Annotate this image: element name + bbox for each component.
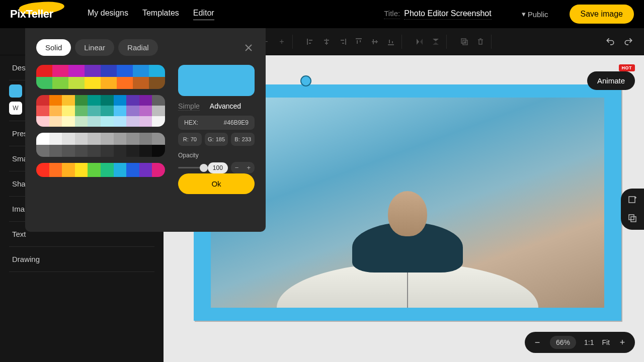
palette-swatch[interactable]	[126, 106, 139, 116]
align-bottom-icon[interactable]	[385, 36, 396, 47]
palette-swatch[interactable]	[101, 65, 117, 77]
palette-swatch[interactable]	[152, 145, 165, 157]
palette-swatch[interactable]	[126, 116, 139, 127]
zoom-value[interactable]: 66%	[550, 336, 576, 349]
align-center-h-icon[interactable]	[321, 36, 332, 47]
palette-swatch[interactable]	[62, 145, 75, 157]
palette-swatch[interactable]	[88, 145, 101, 157]
align-left-icon[interactable]	[305, 36, 316, 47]
palette-swatch[interactable]	[133, 77, 149, 89]
palette-swatch[interactable]	[114, 95, 127, 106]
palette-swatch[interactable]	[152, 116, 165, 127]
palette-swatch[interactable]	[101, 116, 114, 127]
palette-swatch[interactable]	[88, 106, 101, 116]
palette-swatch[interactable]	[117, 65, 133, 77]
palette-swatch[interactable]	[139, 163, 152, 177]
visibility-dropdown[interactable]: ▾ Public	[522, 10, 548, 19]
close-icon[interactable]	[243, 42, 255, 54]
nav-templates[interactable]: Templates	[142, 9, 179, 20]
palette-swatch[interactable]	[139, 145, 152, 157]
add-layer-icon[interactable]	[627, 195, 638, 206]
flip-horizontal-icon[interactable]	[414, 36, 425, 47]
palette-swatch[interactable]	[85, 77, 101, 89]
palette-swatch[interactable]	[88, 163, 101, 177]
tab-linear[interactable]: Linear	[75, 39, 114, 56]
opacity-thumb[interactable]	[200, 164, 208, 172]
palette-swatch[interactable]	[75, 106, 88, 116]
align-middle-icon[interactable]	[369, 36, 380, 47]
palette-swatch[interactable]	[85, 65, 101, 77]
palette-swatch[interactable]	[36, 163, 49, 177]
plus-icon[interactable]: +	[276, 36, 287, 47]
sidebar-color-chip-blue[interactable]	[9, 84, 22, 98]
palette-swatch[interactable]	[62, 106, 75, 116]
rgb-b-input[interactable]: B:233	[231, 133, 255, 146]
palette-swatch[interactable]	[75, 163, 88, 177]
palette-rainbow[interactable]	[36, 163, 165, 177]
zoom-out-button[interactable]: −	[533, 338, 542, 347]
palette-swatch[interactable]	[139, 116, 152, 127]
palette-swatch[interactable]	[114, 163, 127, 177]
palette-swatch[interactable]	[36, 133, 49, 145]
palette-swatch[interactable]	[101, 77, 117, 89]
palette-swatch[interactable]	[62, 163, 75, 177]
palette-swatch[interactable]	[133, 65, 149, 77]
palette-swatch[interactable]	[101, 163, 114, 177]
palette-swatch[interactable]	[68, 77, 85, 89]
opacity-slider[interactable]	[178, 167, 205, 168]
palette-swatch[interactable]	[49, 116, 62, 127]
palette-swatch[interactable]	[75, 116, 88, 127]
save-image-button[interactable]: Save image	[570, 5, 634, 24]
palette-swatch[interactable]	[36, 77, 52, 89]
palette-swatch[interactable]	[101, 106, 114, 116]
undo-icon[interactable]	[605, 36, 616, 47]
flip-vertical-icon[interactable]	[430, 36, 441, 47]
tab-radial[interactable]: Radial	[118, 39, 158, 56]
align-top-icon[interactable]	[353, 36, 364, 47]
trash-icon[interactable]	[475, 36, 486, 47]
palette-swatch[interactable]	[52, 65, 68, 77]
palette-swatch[interactable]	[49, 133, 62, 145]
palette-swatch[interactable]	[152, 163, 165, 177]
nav-editor[interactable]: Editor	[193, 9, 214, 20]
mode-simple[interactable]: Simple	[178, 102, 200, 111]
selection-handle[interactable]	[300, 75, 311, 86]
palette-swatch[interactable]	[36, 145, 49, 157]
opacity-step-up[interactable]: +	[243, 162, 255, 173]
palette-swatch[interactable]	[114, 106, 127, 116]
palette-swatch[interactable]	[49, 106, 62, 116]
align-right-icon[interactable]	[337, 36, 348, 47]
animate-button[interactable]: Animate	[587, 71, 635, 90]
zoom-ratio-button[interactable]: 1:1	[584, 338, 594, 346]
palette-swatch[interactable]	[152, 133, 165, 145]
palette-swatch[interactable]	[88, 95, 101, 106]
palette-swatch[interactable]	[75, 95, 88, 106]
palette-swatch[interactable]	[117, 77, 133, 89]
palette-swatch[interactable]	[75, 145, 88, 157]
palette-swatch[interactable]	[36, 95, 49, 106]
palette-swatch[interactable]	[114, 133, 127, 145]
canvas-image[interactable]	[211, 98, 604, 308]
palette-swatch[interactable]	[126, 95, 139, 106]
palette-swatch[interactable]	[88, 116, 101, 127]
palette-swatch[interactable]	[52, 77, 68, 89]
duplicate-icon[interactable]	[459, 36, 470, 47]
palette-swatch[interactable]	[36, 106, 49, 116]
palette-swatch[interactable]	[62, 95, 75, 106]
palette-material[interactable]	[36, 95, 165, 127]
duplicate-layer-icon[interactable]	[627, 213, 638, 224]
palette-swatch[interactable]	[101, 133, 114, 145]
palette-swatch[interactable]	[62, 133, 75, 145]
palette-swatch[interactable]	[126, 133, 139, 145]
palette-swatch[interactable]	[101, 145, 114, 157]
palette-swatch[interactable]	[152, 106, 165, 116]
rgb-r-input[interactable]: R:70	[178, 133, 202, 146]
zoom-fit-button[interactable]: Fit	[602, 338, 610, 346]
title-field[interactable]: Title: Photo Editor Screenshot	[384, 9, 491, 20]
tab-solid[interactable]: Solid	[36, 39, 71, 56]
palette-swatch[interactable]	[49, 145, 62, 157]
palette-swatch[interactable]	[36, 65, 52, 77]
sidebar-item-drawing[interactable]: Drawing	[9, 247, 154, 272]
logo[interactable]: PixTeller	[10, 4, 75, 24]
nav-my-designs[interactable]: My designs	[88, 9, 128, 20]
